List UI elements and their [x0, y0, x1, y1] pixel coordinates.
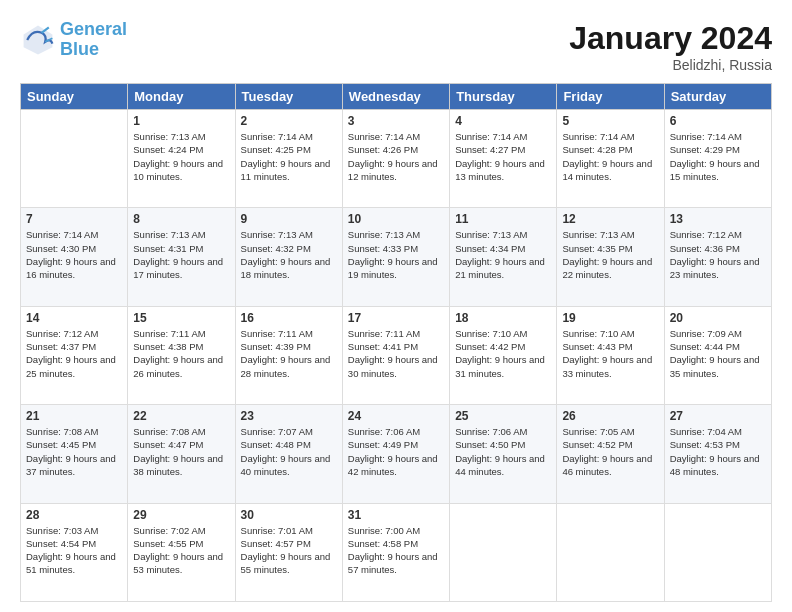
day-number: 31 [348, 508, 444, 522]
header: General Blue January 2024 Belidzhi, Russ… [20, 20, 772, 73]
page: General Blue January 2024 Belidzhi, Russ… [0, 0, 792, 612]
cell-content: Sunrise: 7:13 AMSunset: 4:34 PMDaylight:… [455, 228, 551, 281]
day-number: 12 [562, 212, 658, 226]
table-row: 13Sunrise: 7:12 AMSunset: 4:36 PMDayligh… [664, 208, 771, 306]
cell-content: Sunrise: 7:03 AMSunset: 4:54 PMDaylight:… [26, 524, 122, 577]
cell-content: Sunrise: 7:00 AMSunset: 4:58 PMDaylight:… [348, 524, 444, 577]
day-number: 30 [241, 508, 337, 522]
cell-content: Sunrise: 7:11 AMSunset: 4:38 PMDaylight:… [133, 327, 229, 380]
table-row [450, 503, 557, 601]
table-row: 3Sunrise: 7:14 AMSunset: 4:26 PMDaylight… [342, 110, 449, 208]
day-number: 21 [26, 409, 122, 423]
day-number: 15 [133, 311, 229, 325]
table-row: 20Sunrise: 7:09 AMSunset: 4:44 PMDayligh… [664, 306, 771, 404]
table-row [664, 503, 771, 601]
table-row: 11Sunrise: 7:13 AMSunset: 4:34 PMDayligh… [450, 208, 557, 306]
day-header-tuesday: Tuesday [235, 84, 342, 110]
cell-content: Sunrise: 7:14 AMSunset: 4:25 PMDaylight:… [241, 130, 337, 183]
table-row [21, 110, 128, 208]
cell-content: Sunrise: 7:01 AMSunset: 4:57 PMDaylight:… [241, 524, 337, 577]
cell-content: Sunrise: 7:08 AMSunset: 4:47 PMDaylight:… [133, 425, 229, 478]
day-number: 10 [348, 212, 444, 226]
cell-content: Sunrise: 7:10 AMSunset: 4:42 PMDaylight:… [455, 327, 551, 380]
table-row: 8Sunrise: 7:13 AMSunset: 4:31 PMDaylight… [128, 208, 235, 306]
week-row-2: 14Sunrise: 7:12 AMSunset: 4:37 PMDayligh… [21, 306, 772, 404]
table-row: 18Sunrise: 7:10 AMSunset: 4:42 PMDayligh… [450, 306, 557, 404]
week-row-1: 7Sunrise: 7:14 AMSunset: 4:30 PMDaylight… [21, 208, 772, 306]
day-number: 22 [133, 409, 229, 423]
table-row: 10Sunrise: 7:13 AMSunset: 4:33 PMDayligh… [342, 208, 449, 306]
cell-content: Sunrise: 7:06 AMSunset: 4:49 PMDaylight:… [348, 425, 444, 478]
table-row: 28Sunrise: 7:03 AMSunset: 4:54 PMDayligh… [21, 503, 128, 601]
cell-content: Sunrise: 7:13 AMSunset: 4:32 PMDaylight:… [241, 228, 337, 281]
cell-content: Sunrise: 7:13 AMSunset: 4:24 PMDaylight:… [133, 130, 229, 183]
logo-line1: General [60, 19, 127, 39]
day-header-monday: Monday [128, 84, 235, 110]
cell-content: Sunrise: 7:02 AMSunset: 4:55 PMDaylight:… [133, 524, 229, 577]
table-row: 9Sunrise: 7:13 AMSunset: 4:32 PMDaylight… [235, 208, 342, 306]
day-number: 6 [670, 114, 766, 128]
calendar-subtitle: Belidzhi, Russia [569, 57, 772, 73]
cell-content: Sunrise: 7:14 AMSunset: 4:28 PMDaylight:… [562, 130, 658, 183]
day-number: 25 [455, 409, 551, 423]
table-row: 31Sunrise: 7:00 AMSunset: 4:58 PMDayligh… [342, 503, 449, 601]
table-row: 5Sunrise: 7:14 AMSunset: 4:28 PMDaylight… [557, 110, 664, 208]
table-row: 16Sunrise: 7:11 AMSunset: 4:39 PMDayligh… [235, 306, 342, 404]
day-number: 18 [455, 311, 551, 325]
day-number: 2 [241, 114, 337, 128]
week-row-3: 21Sunrise: 7:08 AMSunset: 4:45 PMDayligh… [21, 405, 772, 503]
cell-content: Sunrise: 7:11 AMSunset: 4:39 PMDaylight:… [241, 327, 337, 380]
day-header-row: SundayMondayTuesdayWednesdayThursdayFrid… [21, 84, 772, 110]
table-row: 6Sunrise: 7:14 AMSunset: 4:29 PMDaylight… [664, 110, 771, 208]
cell-content: Sunrise: 7:11 AMSunset: 4:41 PMDaylight:… [348, 327, 444, 380]
day-header-wednesday: Wednesday [342, 84, 449, 110]
day-number: 28 [26, 508, 122, 522]
week-row-4: 28Sunrise: 7:03 AMSunset: 4:54 PMDayligh… [21, 503, 772, 601]
logo-icon [20, 22, 56, 58]
table-row: 25Sunrise: 7:06 AMSunset: 4:50 PMDayligh… [450, 405, 557, 503]
day-number: 13 [670, 212, 766, 226]
cell-content: Sunrise: 7:14 AMSunset: 4:26 PMDaylight:… [348, 130, 444, 183]
calendar-title: January 2024 [569, 20, 772, 57]
day-number: 16 [241, 311, 337, 325]
calendar-body: 1Sunrise: 7:13 AMSunset: 4:24 PMDaylight… [21, 110, 772, 602]
cell-content: Sunrise: 7:06 AMSunset: 4:50 PMDaylight:… [455, 425, 551, 478]
cell-content: Sunrise: 7:12 AMSunset: 4:37 PMDaylight:… [26, 327, 122, 380]
day-number: 29 [133, 508, 229, 522]
title-block: January 2024 Belidzhi, Russia [569, 20, 772, 73]
logo-line2: Blue [60, 39, 99, 59]
day-number: 23 [241, 409, 337, 423]
logo-text: General Blue [60, 20, 127, 60]
table-row: 29Sunrise: 7:02 AMSunset: 4:55 PMDayligh… [128, 503, 235, 601]
day-number: 11 [455, 212, 551, 226]
table-row: 24Sunrise: 7:06 AMSunset: 4:49 PMDayligh… [342, 405, 449, 503]
day-number: 7 [26, 212, 122, 226]
table-row: 1Sunrise: 7:13 AMSunset: 4:24 PMDaylight… [128, 110, 235, 208]
cell-content: Sunrise: 7:14 AMSunset: 4:30 PMDaylight:… [26, 228, 122, 281]
table-row: 30Sunrise: 7:01 AMSunset: 4:57 PMDayligh… [235, 503, 342, 601]
table-row: 7Sunrise: 7:14 AMSunset: 4:30 PMDaylight… [21, 208, 128, 306]
cell-content: Sunrise: 7:10 AMSunset: 4:43 PMDaylight:… [562, 327, 658, 380]
table-row: 15Sunrise: 7:11 AMSunset: 4:38 PMDayligh… [128, 306, 235, 404]
table-row: 27Sunrise: 7:04 AMSunset: 4:53 PMDayligh… [664, 405, 771, 503]
day-header-sunday: Sunday [21, 84, 128, 110]
day-number: 24 [348, 409, 444, 423]
cell-content: Sunrise: 7:14 AMSunset: 4:29 PMDaylight:… [670, 130, 766, 183]
day-number: 27 [670, 409, 766, 423]
table-row: 23Sunrise: 7:07 AMSunset: 4:48 PMDayligh… [235, 405, 342, 503]
cell-content: Sunrise: 7:12 AMSunset: 4:36 PMDaylight:… [670, 228, 766, 281]
table-row: 26Sunrise: 7:05 AMSunset: 4:52 PMDayligh… [557, 405, 664, 503]
day-header-saturday: Saturday [664, 84, 771, 110]
table-row: 17Sunrise: 7:11 AMSunset: 4:41 PMDayligh… [342, 306, 449, 404]
cell-content: Sunrise: 7:09 AMSunset: 4:44 PMDaylight:… [670, 327, 766, 380]
table-row: 14Sunrise: 7:12 AMSunset: 4:37 PMDayligh… [21, 306, 128, 404]
cell-content: Sunrise: 7:13 AMSunset: 4:35 PMDaylight:… [562, 228, 658, 281]
day-number: 4 [455, 114, 551, 128]
day-number: 19 [562, 311, 658, 325]
table-row: 2Sunrise: 7:14 AMSunset: 4:25 PMDaylight… [235, 110, 342, 208]
day-number: 14 [26, 311, 122, 325]
cell-content: Sunrise: 7:13 AMSunset: 4:33 PMDaylight:… [348, 228, 444, 281]
day-number: 5 [562, 114, 658, 128]
day-number: 8 [133, 212, 229, 226]
day-header-friday: Friday [557, 84, 664, 110]
